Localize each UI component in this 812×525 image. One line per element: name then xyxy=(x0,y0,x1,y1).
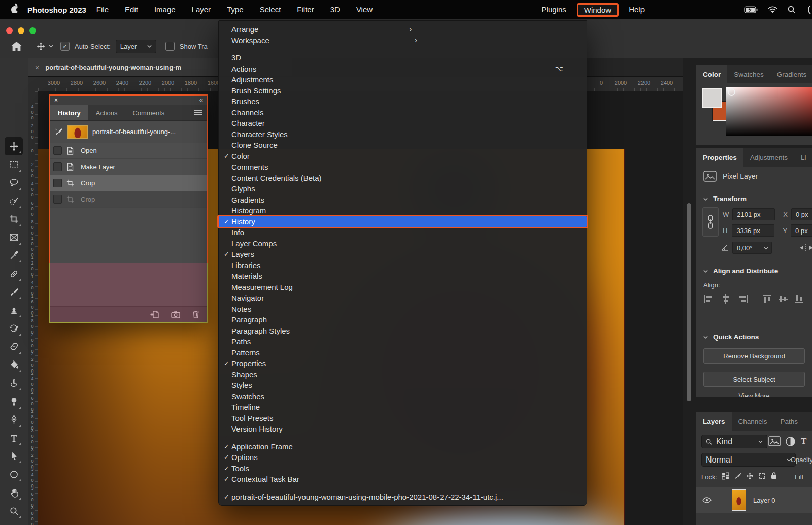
auto-select-checkbox[interactable]: ✓ xyxy=(60,42,70,51)
menubar-item[interactable]: Edit xyxy=(117,0,146,19)
window-zoom-button[interactable] xyxy=(29,27,36,34)
constrain-proportions-toggle[interactable] xyxy=(702,207,719,237)
menu-item[interactable]: Info xyxy=(219,227,587,238)
menu-item[interactable]: ✓ portrait-of-beautiful-young-woman-usin… xyxy=(219,491,587,503)
clone-stamp-tool[interactable] xyxy=(5,301,23,319)
color-picker-ring[interactable] xyxy=(728,88,735,96)
history-source-checkbox[interactable] xyxy=(53,195,62,204)
menu-item[interactable]: Brush Settings xyxy=(219,85,587,96)
apple-logo-icon[interactable] xyxy=(11,6,18,13)
menu-item[interactable]: Glyphs xyxy=(219,183,587,194)
align-bottom-edges-icon[interactable] xyxy=(795,294,805,304)
align-horizontal-centers-icon[interactable] xyxy=(721,294,731,304)
filter-type-layers-icon[interactable]: T xyxy=(801,436,806,446)
height-field[interactable]: 3336 px xyxy=(732,224,774,237)
crop-tool[interactable] xyxy=(5,210,23,228)
move-tool-preset-icon[interactable] xyxy=(37,42,45,51)
menu-item[interactable]: Brushes xyxy=(219,96,587,107)
history-brush-tool[interactable] xyxy=(5,319,23,338)
menubar-item-window[interactable]: Window xyxy=(577,3,619,17)
battery-icon[interactable] xyxy=(744,6,758,13)
lock-transparent-pixels-icon[interactable] xyxy=(722,472,729,480)
menu-item[interactable]: Measurement Log xyxy=(219,282,587,293)
panel-collapse-icon[interactable]: « xyxy=(199,96,202,104)
y-field[interactable]: 0 px xyxy=(791,224,812,237)
color-panel-tab[interactable]: Color xyxy=(696,65,727,83)
menubar-item[interactable]: 3D xyxy=(322,0,348,19)
tool-preset-chevron-icon[interactable] xyxy=(49,45,53,48)
align-left-edges-icon[interactable] xyxy=(703,294,714,304)
history-source-checkbox[interactable] xyxy=(53,146,62,155)
menu-item[interactable]: Timeline xyxy=(219,402,587,413)
menubar-item[interactable]: Layer xyxy=(184,0,219,19)
ellipse-tool[interactable] xyxy=(5,465,23,483)
history-state-row[interactable]: Make Layer xyxy=(50,159,207,175)
menu-item[interactable]: ✓ History xyxy=(219,216,587,227)
dodge-tool[interactable] xyxy=(5,392,23,411)
layer-visibility-eye-icon[interactable] xyxy=(702,497,712,503)
rotation-field[interactable]: 0,00° xyxy=(732,242,772,254)
search-icon[interactable] xyxy=(788,6,796,14)
panel-menu-icon[interactable] xyxy=(194,109,202,116)
layers-panel-tab[interactable]: Paths xyxy=(774,412,805,431)
menu-item[interactable]: Version History xyxy=(219,423,587,435)
layers-panel-tab[interactable]: Layers xyxy=(696,412,732,431)
color-panel-tab[interactable]: Gradients xyxy=(770,65,812,83)
app-menu-title[interactable]: Photoshop 2023 xyxy=(27,6,86,14)
wifi-icon[interactable] xyxy=(768,6,777,13)
menu-item[interactable]: Libraries xyxy=(219,260,587,271)
spot-healing-brush-tool[interactable] xyxy=(5,265,23,283)
new-document-from-state-icon[interactable] xyxy=(150,310,159,318)
properties-panel-tab[interactable]: Adjustments xyxy=(743,148,794,167)
eraser-tool[interactable] xyxy=(5,338,23,356)
transform-section-header[interactable]: Transform xyxy=(703,195,747,203)
menu-item[interactable] xyxy=(219,488,587,488)
history-state-row[interactable]: Crop xyxy=(50,191,207,208)
move-tool[interactable] xyxy=(5,137,23,155)
history-state-row[interactable]: Open xyxy=(50,143,207,159)
menubar-item[interactable]: Image xyxy=(146,0,184,19)
more-tools-button[interactable] xyxy=(5,520,23,525)
delete-state-trash-icon[interactable] xyxy=(192,310,199,318)
flip-horizontal-icon[interactable] xyxy=(800,244,812,252)
align-vertical-centers-icon[interactable] xyxy=(779,294,789,304)
lock-all-icon[interactable] xyxy=(770,472,777,479)
filter-pixel-layers-icon[interactable] xyxy=(768,436,781,446)
object-selection-tool[interactable] xyxy=(5,192,23,210)
menubar-item-help[interactable]: Help xyxy=(621,0,653,19)
history-state-row[interactable]: Crop xyxy=(50,175,207,191)
menu-item[interactable]: Gradients xyxy=(219,194,587,206)
view-more-link[interactable]: View More xyxy=(696,392,812,397)
zoom-tool[interactable] xyxy=(5,502,23,520)
menu-item[interactable] xyxy=(219,438,587,438)
vertical-ruler[interactable]: 4002000200400600800100012001400160018002… xyxy=(28,91,38,525)
history-source-checkbox[interactable] xyxy=(53,162,62,171)
history-snapshot-row[interactable]: portrait-of-beautiful-young-... xyxy=(50,121,207,143)
menu-item[interactable]: Histogram xyxy=(219,205,587,216)
menu-item[interactable]: Clone Source xyxy=(219,140,587,151)
path-selection-tool[interactable] xyxy=(5,447,23,465)
window-close-button[interactable] xyxy=(6,27,13,34)
menu-item[interactable]: Notes xyxy=(219,304,587,315)
tab-close-icon[interactable]: × xyxy=(35,63,39,72)
history-panel-tab[interactable]: Actions xyxy=(88,105,125,120)
menu-item[interactable]: Arrange › xyxy=(219,24,587,35)
auto-select-target-dropdown[interactable]: Layer xyxy=(116,40,156,53)
quick-actions-section-header[interactable]: Quick Actions xyxy=(703,333,759,341)
menu-item[interactable]: Shapes xyxy=(219,369,587,380)
color-picker-field[interactable] xyxy=(726,87,812,136)
foreground-color-swatch[interactable] xyxy=(702,88,722,108)
window-minimize-button[interactable] xyxy=(18,27,24,34)
menubar-item[interactable]: View xyxy=(348,0,381,19)
history-panel-tab[interactable]: Comments xyxy=(125,105,172,120)
menu-item[interactable]: Adjustments xyxy=(219,74,587,85)
history-source-checkbox[interactable] xyxy=(53,179,62,187)
x-field[interactable]: 0 px xyxy=(791,208,812,220)
menu-item[interactable]: ✓ Contextual Task Bar xyxy=(219,474,587,485)
menubar-item[interactable]: Select xyxy=(252,0,289,19)
menu-item[interactable]: ✓ Properties xyxy=(219,358,587,369)
menu-item[interactable]: ✓ Layers xyxy=(219,249,587,260)
brush-tool[interactable] xyxy=(5,283,23,301)
type-tool[interactable] xyxy=(5,429,23,447)
align-right-edges-icon[interactable] xyxy=(738,294,748,304)
